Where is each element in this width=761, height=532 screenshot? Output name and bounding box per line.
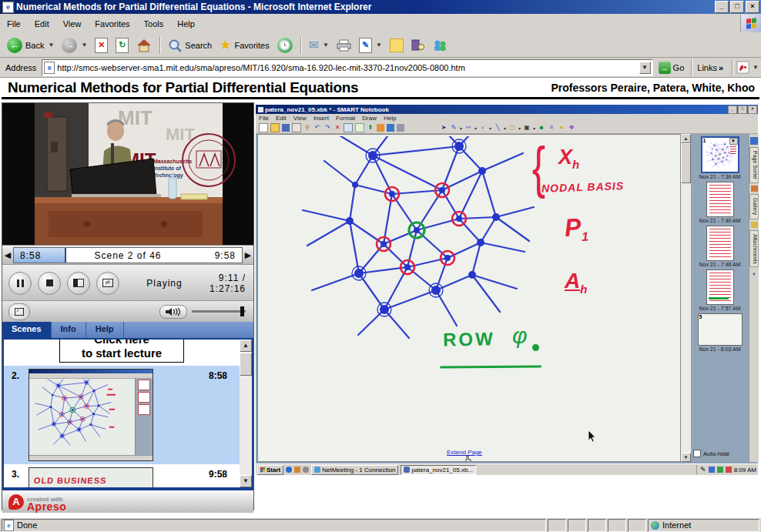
scene-3-thumbnail[interactable]: OLD BUSINESS bbox=[28, 467, 153, 487]
apreso-text[interactable]: created with Apreso bbox=[27, 494, 66, 510]
window-titlebar[interactable]: e Numerical Methods for Partial Differen… bbox=[0, 0, 761, 14]
apreso-logo-icon[interactable]: A bbox=[8, 494, 24, 510]
page-sorter-panel: 1 ▼ Nov 21 - 7:39 AM 2 Nov 21 - 7:40 AM … bbox=[691, 134, 749, 462]
volume-slider[interactable] bbox=[192, 310, 246, 313]
svg-text:MIT: MIT bbox=[118, 106, 153, 129]
close-button[interactable]: × bbox=[746, 1, 759, 13]
scene-2-thumbnail[interactable] bbox=[28, 369, 153, 461]
mail-button[interactable]: ✉ ▼ bbox=[305, 36, 333, 54]
pause-button[interactable] bbox=[8, 272, 32, 295]
tab-help[interactable]: Help bbox=[86, 322, 124, 338]
status-pane bbox=[548, 519, 566, 532]
home-button[interactable] bbox=[132, 37, 156, 54]
popout-button[interactable]: ↗ bbox=[8, 303, 30, 320]
elapsed-time: 9:11 / bbox=[219, 273, 246, 283]
window-title: Numerical Methods for Partial Differenti… bbox=[16, 2, 713, 12]
tab-info[interactable]: Info bbox=[52, 322, 86, 338]
ink-phi: φ bbox=[512, 323, 528, 349]
text-tool-icon: ▣ bbox=[523, 124, 531, 132]
notebook-menubar: File Edit View Insert Format Draw Help bbox=[256, 114, 758, 122]
forward-button[interactable]: → ▼ bbox=[58, 36, 91, 55]
links-label[interactable]: Links bbox=[696, 63, 719, 72]
minimize-button[interactable]: _ bbox=[715, 1, 729, 13]
svg-text:Institute of: Institute of bbox=[153, 166, 181, 171]
edit-dropdown[interactable]: ▼ bbox=[376, 42, 382, 49]
next-scene-arrow[interactable]: ▶ bbox=[243, 250, 253, 260]
search-button[interactable]: Search bbox=[164, 37, 216, 54]
links-chevron[interactable]: » bbox=[719, 63, 728, 72]
start-lecture-button[interactable]: Click here to start lecture bbox=[59, 340, 184, 363]
scene-progress-track[interactable]: 8:58 Scene 2 of 46 9:58 bbox=[13, 247, 243, 263]
scene-row-3[interactable]: 3. OLD BUSINESS 9:58 bbox=[4, 464, 240, 487]
mute-button[interactable] bbox=[159, 305, 187, 319]
refresh-button[interactable]: ↻ bbox=[112, 36, 132, 55]
menu-favorites[interactable]: Favorites bbox=[88, 17, 136, 31]
address-input[interactable]: e http://smcs-webserver-sma1.mit.edu/sma… bbox=[42, 59, 652, 76]
print-icon bbox=[337, 39, 351, 52]
status-pane bbox=[628, 519, 646, 532]
pip-button[interactable]: ⇄ bbox=[96, 272, 119, 295]
paste-icon bbox=[292, 123, 301, 132]
scene-row-2[interactable]: 2. 8:58 bbox=[4, 366, 240, 464]
nb-close-icon: × bbox=[748, 105, 757, 114]
favorites-button[interactable]: ★ Favorites bbox=[216, 38, 273, 52]
ink-nodal-basis: NODAL BASIS bbox=[541, 179, 625, 195]
scene-list-scrollbar[interactable]: ▲ ▼ bbox=[240, 340, 252, 487]
volume-thumb[interactable] bbox=[240, 306, 244, 316]
menu-tools[interactable]: Tools bbox=[137, 17, 171, 31]
wb-scroll-up-icon: ▲ bbox=[681, 134, 691, 143]
previous-scene-arrow[interactable]: ◀ bbox=[2, 250, 13, 260]
stop-icon: ✕ bbox=[95, 38, 108, 53]
creative-pen-icon: ✑ bbox=[464, 124, 472, 132]
windows-logo-icon bbox=[740, 15, 761, 32]
auto-hide-checkbox: Auto-hide bbox=[693, 448, 747, 459]
research-button[interactable] bbox=[407, 37, 429, 53]
stop-playback-button[interactable] bbox=[38, 272, 61, 295]
forward-dropdown[interactable]: ▼ bbox=[81, 42, 87, 49]
search-icon bbox=[168, 38, 182, 52]
menu-help[interactable]: Help bbox=[170, 17, 202, 31]
messenger-button[interactable] bbox=[429, 38, 451, 53]
volume-group bbox=[159, 305, 253, 319]
address-dropdown[interactable]: ▼ bbox=[639, 62, 651, 74]
stop-button[interactable]: ✕ bbox=[91, 36, 112, 55]
page-sorter-icon bbox=[750, 137, 758, 145]
fullscreen-icon bbox=[377, 124, 384, 132]
scroll-thumb[interactable] bbox=[240, 353, 252, 376]
acrobat-icon[interactable] bbox=[736, 61, 750, 75]
tab-page-sorter: Page Sorter bbox=[749, 147, 759, 183]
menu-file[interactable]: File bbox=[0, 17, 28, 31]
start-button: Start bbox=[257, 465, 283, 475]
ink-xh: Xh bbox=[558, 146, 579, 171]
address-label: Address bbox=[2, 63, 39, 72]
edit-button[interactable]: ✎ ▼ bbox=[355, 36, 386, 55]
maximize-button[interactable]: □ bbox=[730, 1, 744, 13]
go-button[interactable]: → Go bbox=[655, 61, 688, 75]
page-icon: e bbox=[44, 62, 55, 74]
menu-view[interactable]: View bbox=[56, 17, 89, 31]
tray-shield-icon bbox=[726, 467, 732, 473]
svg-text:Massachusetts: Massachusetts bbox=[153, 159, 192, 164]
refresh-icon: ↻ bbox=[116, 38, 129, 53]
ink-underline bbox=[440, 365, 541, 368]
ie-window: e Numerical Methods for Partial Differen… bbox=[0, 0, 761, 532]
acrobat-dropdown[interactable]: ▼ bbox=[753, 64, 759, 71]
ink-ah: Ah bbox=[565, 269, 587, 296]
notes-button[interactable] bbox=[386, 37, 407, 54]
history-button[interactable]: 🕓 bbox=[273, 36, 297, 55]
menu-edit[interactable]: Edit bbox=[28, 17, 56, 31]
scroll-up-arrow[interactable]: ▲ bbox=[240, 340, 252, 352]
scene-label: Scene 2 of 46 bbox=[14, 248, 242, 263]
mail-dropdown[interactable]: ▼ bbox=[323, 42, 329, 49]
tab-attachments: Attachments bbox=[749, 230, 759, 268]
zoom-icon: ⬆ bbox=[367, 124, 374, 132]
back-button[interactable]: ← Back ▼ bbox=[3, 36, 58, 55]
lines-icon: ≡ bbox=[548, 124, 555, 132]
print-button[interactable] bbox=[333, 38, 355, 53]
scroll-down-arrow[interactable]: ▼ bbox=[240, 475, 252, 487]
back-dropdown[interactable]: ▼ bbox=[48, 42, 54, 49]
status-pane bbox=[588, 519, 606, 532]
layout-button[interactable] bbox=[67, 272, 90, 295]
status-page-icon: e bbox=[4, 520, 14, 531]
tab-scenes[interactable]: Scenes bbox=[2, 322, 52, 338]
